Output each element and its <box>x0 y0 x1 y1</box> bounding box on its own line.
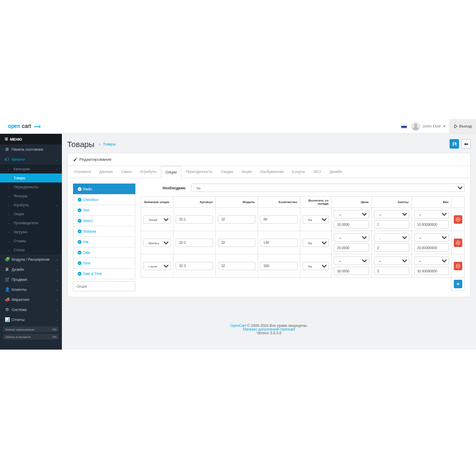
model-input[interactable] <box>218 239 255 247</box>
sidebar-sub-item[interactable]: ›Производители <box>0 218 62 227</box>
weight-op-select[interactable]: + <box>414 233 450 242</box>
weight-op-select[interactable]: + <box>414 257 450 265</box>
tab[interactable]: Дизайн <box>325 166 346 178</box>
points-input[interactable] <box>374 267 409 275</box>
remove-row-button[interactable] <box>454 215 462 224</box>
tab[interactable]: Бонусы <box>288 166 309 178</box>
option-tab[interactable]: −Date <box>73 247 135 258</box>
option-tab[interactable]: −Checkbox <box>73 194 135 205</box>
points-op-select[interactable]: - <box>374 233 409 242</box>
sidebar-item[interactable]: 🛒Продажи› <box>0 274 62 285</box>
subtract-select[interactable]: Да <box>303 239 329 247</box>
points-op-select[interactable]: + <box>374 210 409 218</box>
user-avatar[interactable] <box>411 122 420 131</box>
tab[interactable]: Опции <box>161 166 181 178</box>
tab[interactable]: Скидка <box>216 166 237 178</box>
tab[interactable]: Изображения <box>256 166 288 178</box>
tab[interactable]: Данные <box>95 166 117 178</box>
footer: OpenCart © 2009-2024 Все права защищены.… <box>62 324 476 335</box>
price-input[interactable] <box>334 243 369 252</box>
price-op-select[interactable]: + <box>334 210 369 218</box>
value-select[interactable]: Large <box>143 262 171 270</box>
username-label[interactable]: John Doe <box>423 124 441 129</box>
remove-row-button[interactable] <box>454 239 462 247</box>
sidebar-item[interactable]: 🧩Модули / Расширения› <box>0 254 62 264</box>
add-option-value-button[interactable] <box>454 280 462 288</box>
option-tab[interactable]: −Radio <box>73 184 135 194</box>
tab[interactable]: Акция <box>237 166 256 178</box>
sidebar-sub-item[interactable]: ›Категории› <box>0 164 62 173</box>
language-flag[interactable] <box>401 124 407 129</box>
weight-input[interactable] <box>414 220 450 228</box>
sidebar-sub-item[interactable]: ›Периодичность <box>0 182 62 191</box>
save-button[interactable] <box>450 139 459 149</box>
footer-brand-link[interactable]: OpenCart <box>230 324 246 327</box>
minus-circle-icon <box>456 264 460 268</box>
back-button[interactable] <box>461 139 471 149</box>
sidebar-sub-item[interactable]: ›Фильтры <box>0 191 62 200</box>
option-name-input[interactable] <box>73 281 135 291</box>
sidebar-item[interactable]: 📊Отчеты› <box>0 315 62 325</box>
chevron-down-icon: ▼ <box>443 125 446 128</box>
brand-logo[interactable]: opencart ⟶ <box>0 123 62 129</box>
article-input[interactable] <box>176 239 213 247</box>
qty-input[interactable] <box>260 239 298 247</box>
points-op-select[interactable]: + <box>374 257 409 265</box>
sidebar-item[interactable]: ⚙Система› <box>0 305 62 315</box>
logout-button[interactable]: Выход <box>449 119 476 133</box>
sidebar-item[interactable]: 📣Маркетинг› <box>0 295 62 305</box>
footer-store-link[interactable]: Магазин дополнений Opencart <box>243 327 295 331</box>
subtract-select[interactable]: Да <box>303 262 329 270</box>
option-tab[interactable]: −Text <box>73 205 135 215</box>
weight-input[interactable] <box>414 243 450 252</box>
sidebar-item[interactable]: ⊞Панель состояния <box>0 144 62 154</box>
points-input[interactable] <box>374 243 409 252</box>
article-input[interactable] <box>176 215 213 224</box>
sidebar-sub-item[interactable]: ›Загрузки <box>0 227 62 236</box>
value-select[interactable]: Medium <box>143 239 171 247</box>
home-icon[interactable]: ⌂ <box>99 142 101 146</box>
sidebar-sub-item[interactable]: ›Товары <box>0 173 62 182</box>
option-tab[interactable]: −Textarea <box>73 226 135 236</box>
tab[interactable]: Связи <box>117 166 136 178</box>
value-select[interactable]: Small <box>143 215 171 224</box>
sidebar-item[interactable]: 🖥Дизайн› <box>0 264 62 274</box>
price-op-select[interactable]: + <box>334 257 369 265</box>
price-input[interactable] <box>334 267 369 275</box>
sidebar-item[interactable]: 🏷Каталог› <box>0 154 62 164</box>
remove-row-button[interactable] <box>454 262 462 270</box>
weight-op-select[interactable]: + <box>414 210 450 218</box>
sidebar-sub-item[interactable]: ›Опции <box>0 209 62 218</box>
weight-input[interactable] <box>414 267 450 275</box>
tab[interactable]: Периодичность <box>181 166 216 178</box>
price-op-select[interactable]: + <box>334 233 369 242</box>
chevron-right-icon: › <box>56 258 57 261</box>
sidebar-sub-item[interactable]: ›Атрибуты› <box>0 200 62 209</box>
tab[interactable]: SEO <box>309 166 325 178</box>
option-tab[interactable]: −File <box>73 236 135 247</box>
th-value: Значение опции <box>141 197 173 208</box>
option-tab[interactable]: −Select <box>73 215 135 226</box>
model-input[interactable] <box>218 262 255 270</box>
stat-bar: Заказы в процессе0% <box>3 334 59 340</box>
breadcrumb-link[interactable]: Товары <box>103 142 116 146</box>
sidebar-item[interactable]: 👤Клиенты› <box>0 285 62 295</box>
tab[interactable]: Атрибуты <box>136 166 161 178</box>
sidebar-sub-item[interactable]: ›Статьи <box>0 245 62 254</box>
tab[interactable]: Основное <box>70 166 95 178</box>
sidebar-sub-item[interactable]: ›Отзывы <box>0 236 62 245</box>
svg-rect-5 <box>457 266 459 266</box>
subtract-select[interactable]: Да <box>303 215 329 224</box>
price-input[interactable] <box>334 220 369 228</box>
model-input[interactable] <box>218 215 255 224</box>
qty-input[interactable] <box>260 215 298 224</box>
minus-icon: − <box>78 230 81 233</box>
nav-icon: 📊 <box>5 317 9 322</box>
chevron-right-icon: › <box>56 318 57 322</box>
qty-input[interactable] <box>260 262 298 270</box>
article-input[interactable] <box>176 262 213 270</box>
points-input[interactable] <box>374 220 409 228</box>
option-tab[interactable]: −Date & Time <box>73 268 135 279</box>
option-tab[interactable]: −Time <box>73 258 135 268</box>
required-select[interactable]: Да <box>191 184 465 192</box>
